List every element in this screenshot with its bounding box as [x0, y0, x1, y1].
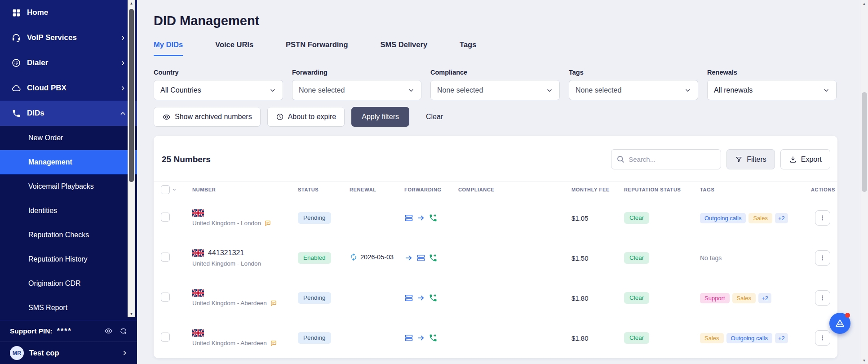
tab-my-dids[interactable]: My DIDs — [154, 40, 183, 56]
download-icon — [789, 155, 797, 164]
filters-button[interactable]: Filters — [726, 149, 775, 169]
filter-field-tags: TagsNone selected — [569, 69, 698, 100]
user-menu[interactable]: MR Test cop — [0, 342, 137, 364]
forward-arrow-icon — [404, 253, 413, 262]
sip-trunk-icon — [404, 213, 413, 222]
tag-pill: Sales — [732, 293, 756, 303]
sidebar-item-label: SMS Report — [28, 304, 67, 312]
numbers-card: 25 Numbers Filters — [154, 136, 837, 358]
row-checkbox[interactable] — [161, 293, 170, 302]
row-checkbox[interactable] — [161, 333, 170, 342]
tab-sms-delivery[interactable]: SMS Delivery — [381, 40, 428, 56]
apply-filters-button[interactable]: Apply filters — [351, 107, 409, 127]
sidebar-nav: HomeVoIP ServicesDialerCloud PBXDIDsNew … — [0, 0, 137, 320]
column-header-forwarding: FORWARDING — [404, 187, 458, 192]
show-archived-button[interactable]: Show archived numbers — [154, 107, 261, 127]
note-icon[interactable] — [264, 220, 271, 227]
row-actions-button[interactable] — [815, 250, 830, 266]
sidebar-item-home[interactable]: Home — [0, 0, 137, 25]
select-all-checkbox[interactable] — [161, 185, 170, 194]
did-location: United Kingdom - Aberdeen — [192, 340, 267, 346]
scroll-down-icon[interactable]: ▼ — [860, 357, 868, 364]
renewals-select[interactable]: All renewals — [707, 80, 837, 100]
sidebar-item-label: Reputation History — [28, 255, 88, 263]
chevron-right-icon — [120, 35, 126, 41]
tags-select[interactable]: None selected — [569, 80, 698, 100]
filter-label: Country — [154, 69, 283, 76]
column-header-renewal: RENEWAL — [350, 187, 404, 192]
scroll-up-icon[interactable]: ▲ — [860, 0, 868, 7]
row-checkbox[interactable] — [161, 213, 170, 222]
scroll-down-icon[interactable]: ▼ — [128, 311, 135, 317]
sidebar-item-identities[interactable]: Identities — [0, 199, 137, 223]
tab-bar: My DIDsVoice URIsPSTN ForwardingSMS Deli… — [154, 40, 846, 56]
row-actions-button[interactable] — [815, 210, 830, 226]
sidebar-item-label: Origination CDR — [28, 280, 80, 288]
forwarding-select[interactable]: None selected — [292, 80, 421, 100]
sidebar-item-origination-cdr[interactable]: Origination CDR — [0, 271, 137, 296]
card-toolbar: 25 Numbers Filters — [154, 136, 837, 181]
sidebar-item-sms-report[interactable]: SMS Report — [0, 296, 137, 320]
row-checkbox[interactable] — [161, 253, 170, 262]
clear-filters-button[interactable]: Clear — [422, 107, 447, 127]
table-body: United Kingdom - LondonPending$1.05Clear… — [154, 198, 837, 358]
column-header-tags: TAGS — [700, 187, 811, 192]
note-icon[interactable] — [270, 300, 277, 307]
tag-pill[interactable]: +2 — [775, 333, 788, 343]
column-header-compliance: COMPLIANCE — [458, 187, 571, 192]
compliance-select[interactable]: None selected — [430, 80, 560, 100]
filter-label: Forwarding — [292, 69, 421, 76]
chevron-down-icon — [546, 87, 553, 94]
phone-icon — [11, 108, 21, 118]
about-to-expire-button[interactable]: About to expire — [267, 107, 345, 127]
support-chat-button[interactable] — [829, 313, 850, 334]
scroll-up-icon[interactable]: ▲ — [128, 0, 135, 7]
funnel-icon — [735, 155, 743, 163]
row-actions-button[interactable] — [815, 290, 830, 306]
tab-pstn-forwarding[interactable]: PSTN Forwarding — [286, 40, 348, 56]
sidebar-item-dids[interactable]: DIDs — [0, 101, 137, 126]
scrollbar-thumb[interactable] — [862, 92, 867, 192]
did-number: 441321321 — [208, 249, 244, 257]
sidebar-item-label: New Order — [28, 134, 63, 142]
tag-pill[interactable]: +2 — [775, 213, 788, 223]
sidebar-scrollbar[interactable]: ▲ ▼ — [128, 0, 135, 317]
sidebar-item-cloud-pbx[interactable]: Cloud PBX — [0, 75, 137, 101]
sidebar-item-label: Cloud PBX — [27, 84, 66, 93]
sidebar: HomeVoIP ServicesDialerCloud PBXDIDsNew … — [0, 0, 137, 364]
sidebar-item-label: Identities — [28, 207, 57, 215]
sidebar-item-label: DIDs — [27, 109, 44, 118]
sidebar-item-reputation-checks[interactable]: Reputation Checks — [0, 223, 137, 247]
reputation-badge: Clear — [624, 252, 649, 264]
monthly-fee: $1.05 — [571, 214, 624, 222]
tab-voice-uris[interactable]: Voice URIs — [215, 40, 253, 56]
caret-down-icon[interactable] — [172, 187, 177, 192]
export-button[interactable]: Export — [780, 149, 830, 169]
sidebar-item-voicemail-playbacks[interactable]: Voicemail Playbacks — [0, 174, 137, 199]
scrollbar-thumb[interactable] — [129, 9, 134, 182]
monthly-fee: $1.80 — [571, 334, 624, 342]
filter-actions: Show archived numbers About to expire Ap… — [154, 107, 846, 127]
note-icon[interactable] — [270, 340, 277, 347]
page-scrollbar[interactable]: ▲ ▼ — [860, 0, 868, 364]
sidebar-item-voip-services[interactable]: VoIP Services — [0, 25, 137, 50]
country-select[interactable]: All Countries — [154, 80, 283, 100]
refresh-icon[interactable] — [120, 327, 127, 335]
search-input[interactable] — [611, 149, 721, 169]
filter-field-country: CountryAll Countries — [154, 69, 283, 100]
tab-tags[interactable]: Tags — [460, 40, 476, 56]
status-badge: Enabled — [298, 252, 331, 264]
sidebar-item-reputation-history[interactable]: Reputation History — [0, 247, 137, 271]
tag-pill[interactable]: +2 — [758, 293, 771, 303]
eye-icon[interactable] — [104, 327, 113, 335]
did-location: United Kingdom - Aberdeen — [192, 300, 267, 306]
chevron-down-icon — [269, 87, 276, 94]
select-value: None selected — [299, 86, 345, 94]
sidebar-item-new-order[interactable]: New Order — [0, 126, 137, 150]
brand-triangle-icon — [835, 318, 845, 328]
sidebar-item-management[interactable]: Management — [0, 150, 137, 174]
avatar: MR — [10, 346, 24, 360]
select-value: All renewals — [714, 86, 753, 94]
row-actions-button[interactable] — [815, 330, 830, 346]
sidebar-item-dialer[interactable]: Dialer — [0, 50, 137, 75]
